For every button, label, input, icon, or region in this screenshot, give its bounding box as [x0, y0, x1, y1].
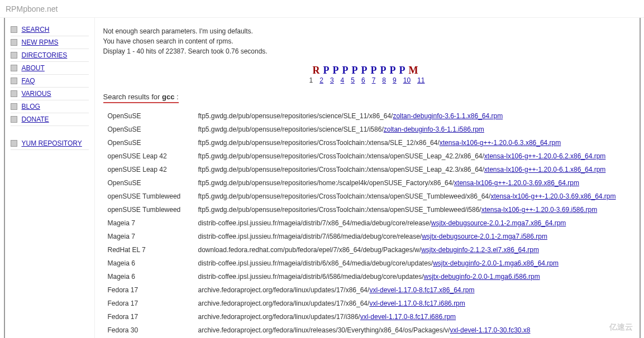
- sidebar-link[interactable]: FAQ: [22, 77, 35, 85]
- path-cell: archive.fedoraproject.org/fedora/linux/r…: [195, 324, 630, 336]
- page-link[interactable]: 9: [393, 76, 397, 84]
- distro-cell: OpenSuSE: [104, 123, 194, 136]
- bullet-icon: [11, 90, 17, 97]
- rpm-link[interactable]: xtensa-lx106-g++-1.20.0-6.2.x86_64.rpm: [484, 152, 605, 160]
- rpm-link[interactable]: vxl-devel-1.17.0-8.fc17.x86_64.rpm: [369, 286, 474, 294]
- rpm-link[interactable]: xtensa-lx106-g++-1.20.0-3.69.x86_64.rpm: [490, 192, 616, 200]
- logo[interactable]: RPMpbone.net: [6, 3, 638, 15]
- table-row: Mageia 7 distrib-coffee.ipsl.jussieu.fr/…: [104, 217, 630, 229]
- status-block: Not enough search parameters. I'm using …: [103, 26, 631, 56]
- sidebar-item[interactable]: BLOG: [11, 100, 89, 113]
- rpm-link[interactable]: xtensa-lx106-g++-1.20.0-3.69.x86_64.rpm: [454, 179, 579, 187]
- page-link[interactable]: 3: [330, 76, 334, 84]
- pagination-letter: P: [352, 65, 361, 76]
- path-cell: ftp5.gwdg.de/pub/opensuse/repositories/s…: [195, 123, 630, 136]
- sidebar-link[interactable]: YUM REPOSITORY: [22, 139, 82, 147]
- page-link[interactable]: 10: [403, 76, 411, 84]
- distro-cell: openSUSE Leap 42: [104, 163, 194, 176]
- sidebar-link[interactable]: DONATE: [22, 115, 49, 123]
- path-cell: distrib-coffee.ipsl.jussieu.fr/mageia/di…: [195, 271, 630, 283]
- pagination-letter: P: [390, 65, 399, 76]
- sidebar-item[interactable]: DONATE: [11, 113, 89, 126]
- results-table: OpenSuSE ftp5.gwdg.de/pub/opensuse/repos…: [103, 109, 631, 337]
- distro-cell: Mageia 6: [104, 271, 194, 283]
- rpm-link[interactable]: vxl-devel-1.17.0-8.fc17.i686.rpm: [360, 313, 456, 321]
- path-cell: ftp5.gwdg.de/pub/opensuse/repositories/C…: [195, 204, 630, 216]
- table-row: Fedora 17 archive.fedoraproject.org/fedo…: [104, 284, 630, 296]
- rpm-link[interactable]: vxl-devel-1.17.0-8.fc17.i686.rpm: [369, 300, 465, 307]
- page-link[interactable]: 5: [351, 76, 355, 84]
- rpm-link[interactable]: xtensa-lx106-g++-1.20.0-6.1.x86_64.rpm: [484, 166, 605, 173]
- pagination-pages: 1234567891011: [103, 76, 631, 84]
- page-link[interactable]: 8: [382, 76, 386, 84]
- sidebar: SEARCHNEW RPMSDIRECTORIESABOUTFAQVARIOUS…: [5, 18, 94, 338]
- logo-text: RPMpbone.net: [6, 3, 58, 15]
- rpm-link[interactable]: wsjtx-debugsource-2.0.1-2.mga7.x86_64.rp…: [431, 219, 566, 227]
- table-row: openSUSE Tumbleweed ftp5.gwdg.de/pub/ope…: [104, 204, 630, 216]
- path-cell: archive.fedoraproject.org/fedora/linux/u…: [195, 284, 630, 296]
- rpm-link[interactable]: vxl-devel-1.17.0-30.fc30.x8: [450, 326, 530, 334]
- path-cell: ftp5.gwdg.de/pub/opensuse/repositories/C…: [195, 190, 630, 202]
- rpm-link[interactable]: wsjtx-debuginfo-2.1.2-3.el7.x86_64.rpm: [421, 246, 539, 254]
- rpm-link[interactable]: wsjtx-debuginfo-2.0.0-1.mga6.i586.rpm: [424, 273, 540, 281]
- rpm-link[interactable]: zoltan-debuginfo-3.6-1.1.i586.rpm: [384, 125, 484, 133]
- sidebar-link[interactable]: VARIOUS: [22, 90, 51, 98]
- distro-cell: OpenSuSE: [104, 177, 194, 189]
- path-cell: distrib-coffee.ipsl.jussieu.fr/mageia/di…: [195, 230, 630, 243]
- sidebar-item[interactable]: FAQ: [11, 75, 89, 88]
- pagination-letters: RPPPPPPPPPM: [103, 65, 631, 76]
- distro-cell: Fedora 17: [104, 284, 194, 296]
- status-line: You have chosen search in content of rpm…: [103, 36, 631, 46]
- distro-cell: openSUSE Leap 42: [104, 150, 194, 162]
- pagination-letter: P: [342, 65, 352, 76]
- page-link[interactable]: 2: [319, 76, 323, 84]
- distro-cell: Fedora 17: [104, 311, 194, 323]
- sidebar-item[interactable]: NEW RPMS: [11, 36, 89, 49]
- pagination-letter: R: [313, 65, 323, 76]
- rpm-link[interactable]: zoltan-debuginfo-3.6-1.1.x86_64.rpm: [393, 112, 503, 120]
- page-current: 1: [309, 76, 313, 84]
- container: SEARCHNEW RPMSDIRECTORIESABOUTFAQVARIOUS…: [4, 18, 641, 338]
- distro-cell: Fedora 30: [104, 324, 194, 336]
- page-link[interactable]: 4: [341, 76, 345, 84]
- bullet-icon: [11, 103, 17, 110]
- path-cell: distrib-coffee.ipsl.jussieu.fr/mageia/di…: [195, 217, 630, 229]
- main-content: Not enough search parameters. I'm using …: [94, 18, 640, 338]
- sidebar-item[interactable]: DIRECTORIES: [11, 49, 89, 62]
- bullet-icon: [11, 52, 17, 59]
- sidebar-link[interactable]: SEARCH: [22, 26, 50, 33]
- path-cell: archive.fedoraproject.org/fedora/linux/u…: [195, 297, 630, 310]
- distro-cell: Fedora 17: [104, 297, 194, 310]
- rpm-link[interactable]: xtensa-lx106-g++-1.20.0-6.3.x86_64.rpm: [440, 139, 561, 147]
- pagination-letter: P: [380, 65, 390, 76]
- sidebar-item[interactable]: YUM REPOSITORY: [11, 137, 89, 150]
- distro-cell: Mageia 6: [104, 257, 194, 269]
- table-row: Mageia 6 distrib-coffee.ipsl.jussieu.fr/…: [104, 257, 630, 269]
- path-cell: ftp5.gwdg.de/pub/opensuse/repositories/s…: [195, 110, 630, 122]
- distro-cell: openSUSE Tumbleweed: [104, 190, 194, 202]
- sidebar-link[interactable]: DIRECTORIES: [22, 51, 68, 59]
- sidebar-item[interactable]: ABOUT: [11, 62, 89, 75]
- table-row: Fedora 17 archive.fedoraproject.org/fedo…: [104, 297, 630, 310]
- path-cell: ftp5.gwdg.de/pub/opensuse/repositories/C…: [195, 137, 630, 149]
- sidebar-link[interactable]: BLOG: [22, 103, 40, 110]
- search-term: gcc: [162, 93, 174, 101]
- pagination-letter: P: [399, 65, 409, 76]
- sidebar-link[interactable]: ABOUT: [22, 64, 45, 72]
- rpm-link[interactable]: xtensa-lx106-g++-1.20.0-3.69.i586.rpm: [481, 206, 597, 214]
- path-cell: distrib-coffee.ipsl.jussieu.fr/mageia/di…: [195, 257, 630, 269]
- rpm-link[interactable]: wsjtx-debuginfo-2.0.0-1.mga6.x86_64.rpm: [433, 259, 559, 267]
- header: RPMpbone.net: [0, 0, 644, 18]
- pagination-letter: P: [361, 65, 371, 76]
- sidebar-item[interactable]: VARIOUS: [11, 88, 89, 100]
- sidebar-link[interactable]: NEW RPMS: [22, 38, 59, 46]
- page-link[interactable]: 6: [361, 76, 365, 84]
- page-link[interactable]: 7: [372, 76, 376, 84]
- sidebar-item[interactable]: SEARCH: [11, 23, 89, 36]
- distro-cell: OpenSuSE: [104, 110, 194, 122]
- table-row: Fedora 17 archive.fedoraproject.org/fedo…: [104, 311, 630, 323]
- pagination-letter: P: [323, 65, 333, 76]
- page-link[interactable]: 11: [417, 76, 424, 84]
- rpm-link[interactable]: wsjtx-debugsource-2.0.1-2.mga7.i586.rpm: [422, 233, 547, 240]
- status-line: Display 1 - 40 hits of 22387. Search too…: [103, 46, 631, 56]
